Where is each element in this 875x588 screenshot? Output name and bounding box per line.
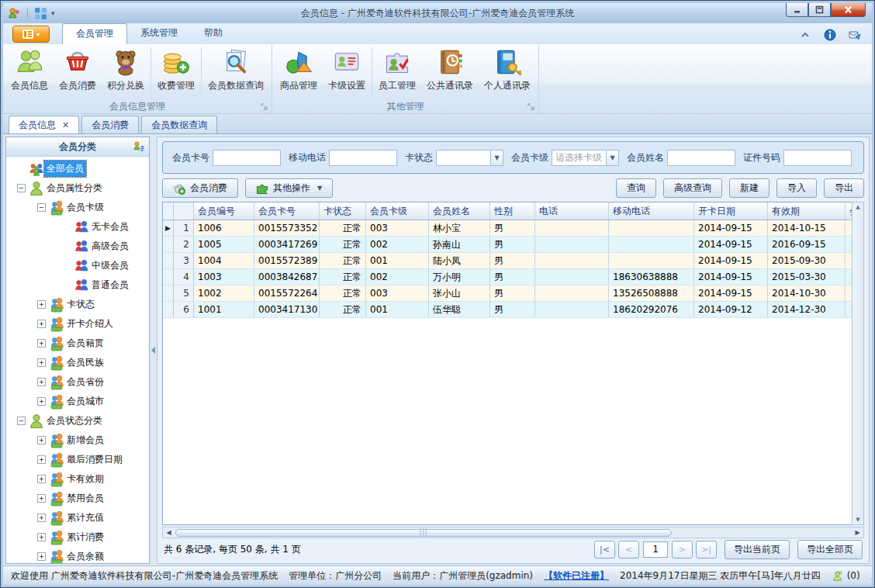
member-consume-button[interactable]: 会员消费 [162,178,238,198]
filter-select[interactable]: 请选择卡级▼ [552,150,619,166]
grid-header-cell[interactable]: 有效期 [768,202,846,220]
document-tab[interactable]: 会员消费 [81,116,139,133]
table-row[interactable]: 410030003842687正常002万小明男186306388882014-… [163,269,852,285]
query-button[interactable]: 查询 [616,178,656,198]
member-list-icon[interactable] [133,140,145,153]
table-row[interactable]: 210050003417269正常002孙南山男2014-09-152016-0… [163,237,852,253]
resize-grip[interactable]: ⋰⋰ [870,572,874,580]
ribbon-button[interactable]: 会员信息 [5,46,54,100]
scroll-left-icon[interactable]: ◀ [164,529,174,536]
import-button[interactable]: 导入 [776,178,817,198]
expand-toggle[interactable] [37,339,46,348]
tree-item[interactable]: 最后消费日期 [6,450,149,469]
tree-item[interactable]: 会员卡级 [6,198,149,217]
expand-toggle[interactable] [37,358,46,367]
tree-item[interactable]: 会员城市 [6,392,149,411]
expand-toggle[interactable] [17,417,26,425]
page-input[interactable] [643,541,668,558]
grid-header-cell[interactable]: 性别 [490,202,535,220]
grid-header-cell[interactable]: 卡状态 [320,202,366,220]
online-user-icon[interactable] [832,570,843,582]
export-current-page-button[interactable]: 导出当前页 [725,540,790,559]
tree-item[interactable]: 会员籍贯 [6,334,149,353]
dialog-launcher-icon[interactable] [527,102,535,110]
advanced-query-button[interactable]: 高级查询 [663,178,722,198]
tree-item[interactable]: 会员省份 [6,372,149,392]
ribbon-tab[interactable]: 系统管理 [127,23,191,44]
tree-item[interactable]: 普通会员 [6,275,149,295]
tree-item[interactable]: 会员状态分类 [6,411,149,431]
table-row[interactable]: ▶110060015573352正常003林小宝男2014-09-152014-… [163,220,852,237]
ribbon-button[interactable]: 卡级设置 [323,46,371,100]
tree-item[interactable]: 高级会员 [6,237,149,256]
filter-input[interactable] [667,150,735,166]
sidebar-splitter[interactable] [150,137,157,564]
table-row[interactable]: 310040015572389正常001陆小凤男2014-09-152015-0… [163,253,852,269]
tree-item[interactable]: 卡有效期 [6,469,149,489]
expand-toggle[interactable] [37,514,46,522]
expand-toggle[interactable] [37,378,46,386]
ribbon-button[interactable]: 会员消费 [54,46,102,100]
export-all-pages-button[interactable]: 导出全部页 [797,540,863,559]
prev-page-button[interactable]: < [618,541,639,559]
new-button[interactable]: 新建 [729,178,770,198]
collapse-ribbon-icon[interactable] [799,29,811,41]
expand-toggle[interactable] [37,397,46,406]
grid-header-cell[interactable]: 会员卡号 [254,202,320,220]
grid-header-cell[interactable]: 会员 [846,202,852,220]
filter-input[interactable] [783,150,852,166]
ribbon-button[interactable]: 个人通讯录 [479,46,536,100]
close-button[interactable] [831,2,866,17]
grid-header-cell[interactable]: 会员编号 [194,202,254,220]
document-tab[interactable]: 会员信息✕ [9,116,79,133]
info-icon[interactable] [824,29,836,41]
ribbon-button[interactable]: 收费管理 [152,46,200,100]
scroll-down-icon[interactable]: ▼ [856,517,859,523]
tree-item[interactable]: 全部会员 [6,159,149,178]
expand-toggle[interactable] [37,494,46,503]
filter-select[interactable]: ▼ [436,150,503,166]
next-page-button[interactable]: > [672,541,693,559]
ribbon-button[interactable]: 公共通讯录 [421,46,479,100]
minimize-button[interactable] [786,2,808,17]
scroll-right-icon[interactable]: ▶ [853,529,863,536]
tree-item[interactable]: 无卡会员 [6,217,149,237]
tree-item[interactable]: 禁用会员 [6,489,149,508]
document-tab[interactable]: 会员数据查询 [141,116,217,133]
expand-toggle[interactable] [37,533,46,541]
ribbon-button[interactable]: 会员数据查询 [202,46,269,100]
maximize-button[interactable] [808,2,831,17]
grid-header-cell[interactable]: 会员卡级 [366,202,429,220]
tree-item[interactable]: 会员余额 [6,547,149,563]
last-page-button[interactable]: >| [696,541,717,559]
vertical-scrollbar[interactable]: ▲ ▼ [852,202,864,525]
register-status-link[interactable]: 【软件已注册】 [544,569,609,583]
tree-item[interactable]: 累计消费 [6,527,149,547]
grid-header-cell[interactable]: 电话 [535,202,609,220]
expand-toggle[interactable] [37,320,46,328]
grid-header-cell[interactable]: 移动电话 [609,202,694,220]
scrollbar-thumb[interactable] [175,529,672,537]
tree-item[interactable]: 会员属性分类 [6,178,149,198]
export-button[interactable]: 导出 [824,178,864,198]
more-actions-button[interactable]: 其他操作▼ [245,178,333,198]
expand-toggle[interactable] [37,455,46,464]
chevron-down-icon[interactable]: ▼ [490,150,503,166]
tree-item[interactable]: 开卡介绍人 [6,314,149,334]
tab-close-icon[interactable]: ✕ [62,120,69,130]
ribbon-button[interactable]: 员工管理 [373,46,421,100]
tree-item[interactable]: 会员民族 [6,353,149,372]
filter-input[interactable] [329,150,397,166]
grid-header-cell[interactable]: 开卡日期 [694,202,768,220]
chevron-down-icon[interactable]: ▼ [606,150,619,166]
expand-toggle[interactable] [37,552,46,561]
expand-toggle[interactable] [17,184,26,192]
chevron-down-icon[interactable]: ▾ [51,9,55,17]
table-row[interactable]: 510020015572264正常003张小山男135265088882014-… [163,285,852,302]
tree-item[interactable]: 累计充值 [6,508,149,527]
expand-toggle[interactable] [37,475,46,483]
ribbon-tab[interactable]: 会员管理 [62,23,127,44]
expand-toggle[interactable] [37,203,46,212]
grid-header-cell[interactable]: 会员姓名 [429,202,490,220]
mail-help-icon[interactable] [849,29,861,41]
